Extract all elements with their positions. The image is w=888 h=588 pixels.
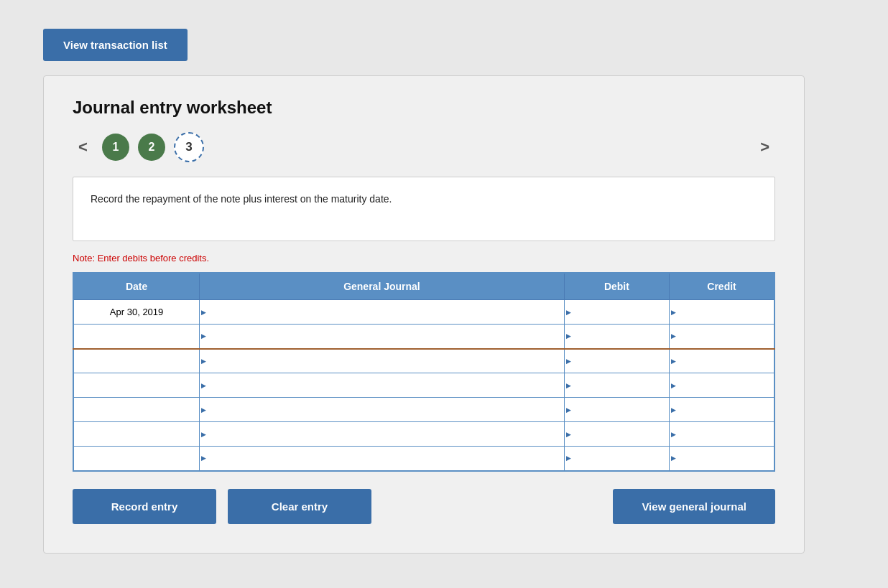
step-2-circle[interactable]: 2 xyxy=(138,134,165,161)
prev-step-button[interactable]: < xyxy=(73,135,93,159)
credit-cell-2[interactable] xyxy=(670,325,774,349)
table-row xyxy=(73,325,774,349)
bottom-buttons: Record entry Clear entry View general jo… xyxy=(73,489,775,524)
journal-input-6[interactable] xyxy=(200,422,564,446)
credit-input-3[interactable] xyxy=(670,350,774,373)
journal-input-1[interactable] xyxy=(200,300,564,324)
credit-cell-6[interactable] xyxy=(670,422,774,447)
credit-cell-5[interactable] xyxy=(670,398,774,422)
date-cell-5 xyxy=(73,398,200,422)
credit-input-5[interactable] xyxy=(670,398,774,421)
header-credit: Credit xyxy=(670,273,774,300)
debit-input-1[interactable] xyxy=(565,300,669,324)
journal-table: Date General Journal Debit Credit Apr 30… xyxy=(73,272,775,472)
journal-cell-6[interactable] xyxy=(200,422,565,447)
credit-cell-3[interactable] xyxy=(670,349,774,373)
view-general-journal-button[interactable]: View general journal xyxy=(613,489,775,524)
header-general-journal: General Journal xyxy=(200,273,565,300)
step-1-circle[interactable]: 1 xyxy=(102,134,129,161)
credit-cell-1[interactable] xyxy=(670,300,774,325)
journal-cell-1[interactable] xyxy=(200,300,565,325)
table-row xyxy=(73,398,774,422)
debit-input-3[interactable] xyxy=(565,350,669,373)
credit-input-4[interactable] xyxy=(670,373,774,397)
header-date: Date xyxy=(73,273,200,300)
credit-cell-7[interactable] xyxy=(670,447,774,471)
table-row xyxy=(73,422,774,447)
record-entry-button[interactable]: Record entry xyxy=(73,489,216,524)
date-cell-6 xyxy=(73,422,200,447)
journal-cell-4[interactable] xyxy=(200,373,565,398)
date-value-1: Apr 30, 2019 xyxy=(110,307,163,317)
date-cell-7 xyxy=(73,447,200,471)
instruction-text: Record the repayment of the note plus in… xyxy=(91,192,757,207)
debit-input-2[interactable] xyxy=(565,325,669,348)
view-transaction-button[interactable]: View transaction list xyxy=(43,29,188,61)
debit-cell-4[interactable] xyxy=(564,373,669,398)
journal-cell-7[interactable] xyxy=(200,447,565,471)
step-navigation: < 1 2 3 > xyxy=(73,132,775,162)
debit-input-6[interactable] xyxy=(565,422,669,446)
date-cell-3 xyxy=(73,349,200,373)
worksheet-title: Journal entry worksheet xyxy=(73,98,775,118)
journal-input-2[interactable] xyxy=(200,325,564,348)
next-step-button[interactable]: > xyxy=(754,135,775,159)
table-row xyxy=(73,373,774,398)
journal-input-4[interactable] xyxy=(200,373,564,397)
debit-input-5[interactable] xyxy=(565,398,669,421)
credit-input-6[interactable] xyxy=(670,422,774,446)
note-text: Note: Enter debits before credits. xyxy=(73,253,775,263)
credit-cell-4[interactable] xyxy=(670,373,774,398)
step-3-circle[interactable]: 3 xyxy=(174,132,204,162)
table-row xyxy=(73,349,774,373)
credit-input-2[interactable] xyxy=(670,325,774,348)
journal-input-5[interactable] xyxy=(200,398,564,421)
worksheet-container: Journal entry worksheet < 1 2 3 > Record… xyxy=(43,75,805,554)
journal-cell-3[interactable] xyxy=(200,349,565,373)
clear-entry-button[interactable]: Clear entry xyxy=(228,489,371,524)
header-debit: Debit xyxy=(564,273,669,300)
table-row xyxy=(73,447,774,471)
date-cell-2 xyxy=(73,325,200,349)
debit-input-4[interactable] xyxy=(565,373,669,397)
debit-cell-6[interactable] xyxy=(564,422,669,447)
table-header-row: Date General Journal Debit Credit xyxy=(73,273,774,300)
date-cell-1: Apr 30, 2019 xyxy=(73,300,200,325)
date-cell-4 xyxy=(73,373,200,398)
debit-input-7[interactable] xyxy=(565,447,669,470)
debit-cell-5[interactable] xyxy=(564,398,669,422)
credit-input-7[interactable] xyxy=(670,447,774,470)
debit-cell-3[interactable] xyxy=(564,349,669,373)
journal-cell-5[interactable] xyxy=(200,398,565,422)
journal-input-3[interactable] xyxy=(200,350,564,373)
debit-cell-1[interactable] xyxy=(564,300,669,325)
debit-cell-7[interactable] xyxy=(564,447,669,471)
instruction-box: Record the repayment of the note plus in… xyxy=(73,177,775,241)
credit-input-1[interactable] xyxy=(670,300,774,324)
journal-cell-2[interactable] xyxy=(200,325,565,349)
journal-input-7[interactable] xyxy=(200,447,564,470)
table-row: Apr 30, 2019 xyxy=(73,300,774,325)
page-wrapper: View transaction list Journal entry work… xyxy=(0,0,888,582)
debit-cell-2[interactable] xyxy=(564,325,669,349)
